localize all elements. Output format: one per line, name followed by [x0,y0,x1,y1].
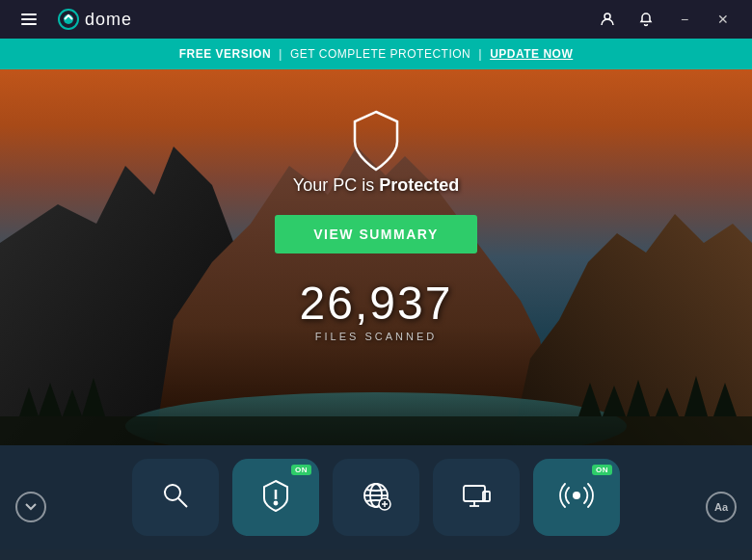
files-label: FILES SCANNED [315,331,437,342]
feature-monitor[interactable]: ON [533,459,620,536]
svg-point-22 [165,485,180,500]
menu-button[interactable] [12,5,46,34]
banner-update-link[interactable]: UPDATE NOW [490,47,573,61]
minimize-button[interactable]: − [667,5,702,34]
svg-point-36 [573,492,580,499]
protection-badge: ON [291,465,311,475]
feature-web[interactable] [333,459,419,536]
newsbar: LATEST NEWS: What is the future of drone… [0,549,752,560]
logo-icon [58,9,79,30]
hero-content: Your PC is Protected VIEW SUMMARY 26,937… [0,69,752,445]
features-section: ON [0,445,752,549]
feature-protection[interactable]: ON [232,459,319,536]
upgrade-banner: FREE VERSION | GET COMPLETE PROTECTION |… [0,39,752,69]
app-name: dome [85,10,132,30]
feature-search[interactable] [132,459,219,536]
web-icon [359,478,393,517]
protection-icon [258,478,293,517]
shield-icon [347,108,405,166]
monitor-badge: ON [592,465,612,475]
banner-free-text: FREE VERSION [179,47,271,61]
files-count: 26,937 [300,280,453,327]
monitor-icon [559,478,594,517]
view-summary-button[interactable]: VIEW SUMMARY [275,215,476,253]
banner-sep1: | [279,47,282,61]
app-logo: dome [58,9,132,30]
svg-rect-32 [464,486,485,501]
banner-get-text: GET COMPLETE PROTECTION [290,47,470,61]
user-button[interactable] [590,5,625,34]
titlebar-right: − ✕ [590,5,740,34]
font-resize-button[interactable]: Aa [706,492,737,522]
scroll-down-button[interactable] [15,492,46,522]
svg-point-5 [604,13,610,19]
notification-button[interactable] [629,5,663,34]
svg-rect-0 [21,13,37,15]
hero-section: Your PC is Protected VIEW SUMMARY 26,937… [0,69,752,445]
banner-sep2: | [478,47,482,61]
protection-message: Your PC is Protected [293,175,459,196]
search-icon [158,478,193,517]
feature-device[interactable] [433,459,520,536]
svg-line-23 [178,498,187,507]
svg-rect-2 [21,23,37,25]
svg-rect-1 [21,18,37,20]
titlebar-left: dome [12,5,132,34]
titlebar: dome − ✕ [0,0,752,39]
close-button[interactable]: ✕ [706,5,740,34]
svg-point-25 [275,502,278,505]
device-icon [459,478,494,517]
